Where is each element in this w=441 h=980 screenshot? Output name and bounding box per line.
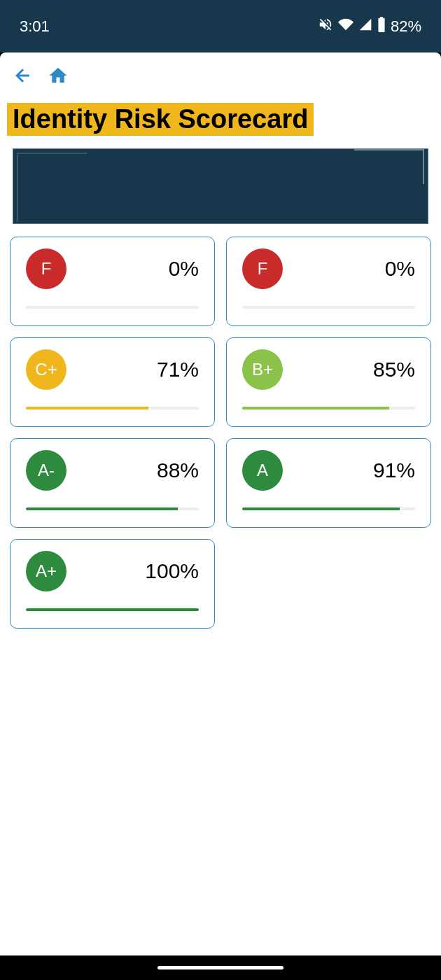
progress-fill [26,608,199,611]
score-grid: F 0% F 0% C+ 71% [0,237,441,629]
score-percent: 0% [385,257,415,281]
back-icon[interactable] [13,65,34,89]
score-percent: 100% [145,559,199,583]
grade-badge: C+ [26,349,66,390]
progress-fill [242,507,400,510]
progress-bar [242,507,415,510]
score-card[interactable]: B+ 85% [226,337,431,427]
battery-percent: 82% [391,18,421,36]
score-card[interactable]: A+ 100% [10,539,215,629]
grade-badge: F [242,248,283,289]
progress-bar [26,407,199,410]
page-title: Identity Risk Scorecard [7,103,314,136]
score-card[interactable]: A 91% [226,438,431,528]
nav-bar [0,52,441,96]
progress-fill [26,407,148,410]
mute-icon [318,17,333,36]
score-percent: 71% [157,358,199,382]
battery-icon [377,17,386,36]
score-card[interactable]: C+ 71% [10,337,215,427]
progress-bar [26,306,199,309]
status-time: 3:01 [20,18,50,36]
score-percent: 91% [373,458,415,482]
score-card[interactable]: F 0% [10,237,215,326]
signal-icon [358,18,372,36]
progress-bar [26,507,199,510]
content-area: Identity Risk Scorecard F 0% F 0% [0,52,441,955]
status-right: 82% [318,17,421,36]
status-bar: 3:01 82% [0,0,441,52]
score-card[interactable]: A- 88% [10,438,215,528]
home-icon[interactable] [48,65,69,89]
wifi-icon [337,17,354,36]
progress-bar [242,407,415,410]
grade-badge: B+ [242,349,283,390]
grade-badge: A- [26,450,66,491]
score-percent: 88% [157,458,199,482]
progress-bar [242,306,415,309]
banner [13,148,428,224]
score-percent: 0% [169,257,199,281]
system-nav-bar [0,955,441,980]
grade-badge: F [26,248,66,289]
grade-badge: A [242,450,283,491]
progress-fill [242,407,389,410]
score-percent: 85% [373,358,415,382]
progress-fill [26,507,178,510]
score-card[interactable]: F 0% [226,237,431,326]
progress-bar [26,608,199,611]
home-indicator[interactable] [158,966,284,969]
grade-badge: A+ [26,551,66,592]
